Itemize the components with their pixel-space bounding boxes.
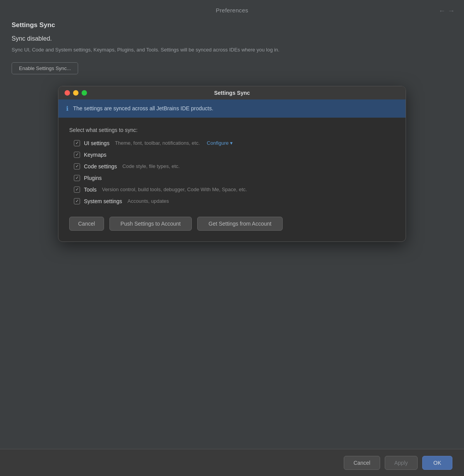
dialog-actions: Cancel Push Settings to Account Get Sett…	[69, 215, 395, 231]
title-bar: Preferences ← →	[0, 0, 464, 17]
window-title: Preferences	[216, 7, 248, 14]
sync-description: Sync UI, Code and System settings, Keyma…	[12, 46, 282, 54]
info-icon: ℹ	[66, 105, 68, 112]
checkbox-row-tools: Tools Version control, build tools, debu…	[74, 187, 395, 193]
checkbox-label-ui-settings: UI settings	[84, 140, 109, 146]
dialog-body: Select what settings to sync: UI setting…	[58, 118, 406, 241]
settings-sync-heading: Settings Sync	[12, 21, 452, 29]
checkbox-hint-ui-settings: Theme, font, toolbar, notifications, etc…	[115, 140, 200, 146]
checkbox-hint-tools: Version control, build tools, debugger, …	[102, 187, 247, 192]
checkbox-list: UI settings Theme, font, toolbar, notifi…	[69, 140, 395, 204]
traffic-light-green[interactable]	[82, 90, 87, 96]
main-content: Settings Sync Sync disabled. Sync UI, Co…	[0, 17, 464, 250]
dialog-cancel-button[interactable]: Cancel	[69, 217, 104, 231]
traffic-lights	[65, 90, 87, 96]
section-label: Select what settings to sync:	[69, 127, 395, 133]
traffic-light-yellow[interactable]	[73, 90, 78, 96]
checkbox-label-plugins: Plugins	[84, 175, 102, 181]
settings-sync-dialog: Settings Sync ℹ The settings are synced …	[58, 86, 406, 242]
checkbox-label-keymaps: Keymaps	[84, 152, 106, 158]
enable-sync-button[interactable]: Enable Settings Sync...	[12, 62, 78, 74]
push-settings-button[interactable]: Push Settings to Account	[109, 217, 192, 231]
traffic-light-red[interactable]	[65, 90, 70, 96]
bottom-bar: Cancel Apply OK	[0, 449, 464, 476]
info-banner-text: The settings are synced across all JetBr…	[73, 105, 213, 111]
forward-arrow[interactable]: →	[448, 7, 455, 15]
get-settings-button[interactable]: Get Settings from Account	[197, 217, 283, 231]
sync-status: Sync disabled.	[12, 35, 452, 42]
checkbox-row-keymaps: Keymaps	[74, 152, 395, 158]
dialog-title: Settings Sync	[214, 90, 250, 96]
checkbox-label-code-settings: Code settings	[84, 163, 117, 170]
checkbox-label-tools: Tools	[84, 187, 97, 193]
checkbox-plugins[interactable]	[74, 175, 80, 181]
checkbox-system-settings[interactable]	[74, 198, 80, 204]
bottom-apply-button[interactable]: Apply	[385, 456, 418, 470]
configure-link[interactable]: Configure ▾	[207, 140, 233, 146]
bottom-cancel-button[interactable]: Cancel	[344, 456, 380, 470]
checkbox-row-plugins: Plugins	[74, 175, 395, 181]
checkbox-label-system-settings: System settings	[84, 198, 122, 204]
checkbox-tools[interactable]	[74, 187, 80, 193]
checkbox-keymaps[interactable]	[74, 152, 80, 158]
checkbox-code-settings[interactable]	[74, 163, 80, 170]
back-arrow[interactable]: ←	[438, 7, 445, 15]
checkbox-row-code-settings: Code settings Code style, file types, et…	[74, 163, 395, 170]
checkbox-hint-code-settings: Code style, file types, etc.	[123, 163, 180, 169]
checkbox-row-system-settings: System settings Accounts, updates	[74, 198, 395, 204]
nav-arrows: ← →	[438, 7, 455, 15]
info-banner: ℹ The settings are synced across all Jet…	[58, 99, 406, 118]
bottom-ok-button[interactable]: OK	[422, 456, 452, 470]
checkbox-hint-system-settings: Accounts, updates	[128, 198, 169, 204]
dialog-titlebar: Settings Sync	[58, 86, 406, 99]
checkbox-row-ui-settings: UI settings Theme, font, toolbar, notifi…	[74, 140, 395, 146]
checkbox-ui-settings[interactable]	[74, 140, 80, 146]
